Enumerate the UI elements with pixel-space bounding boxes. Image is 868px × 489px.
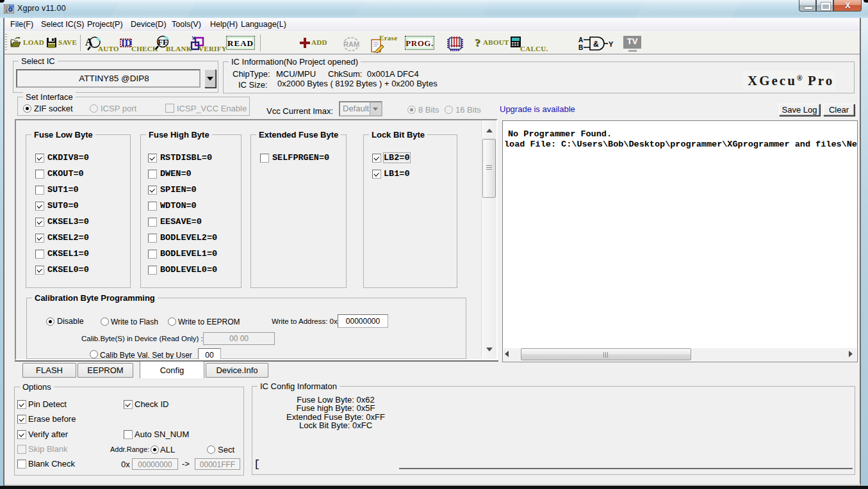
svg-text:RAM: RAM	[343, 40, 359, 48]
svg-text:A: A	[578, 36, 583, 44]
svg-text:ID: ID	[121, 38, 132, 48]
svg-text:&: &	[593, 40, 599, 49]
svg-text:B: B	[578, 44, 583, 51]
svg-text:Y: Y	[609, 40, 614, 48]
